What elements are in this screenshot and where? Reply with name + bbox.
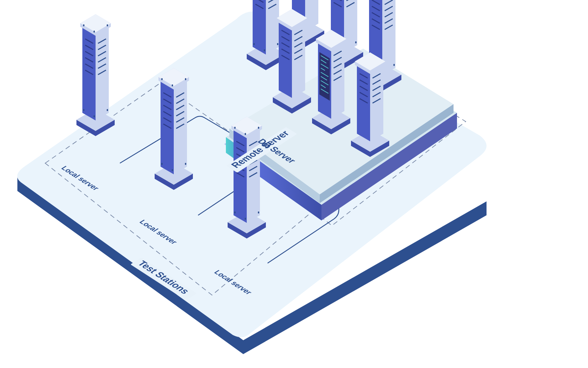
local-server-1: [76, 14, 115, 136]
architecture-diagram: Test Stations Remote Server DB Server Lo…: [0, 0, 588, 368]
